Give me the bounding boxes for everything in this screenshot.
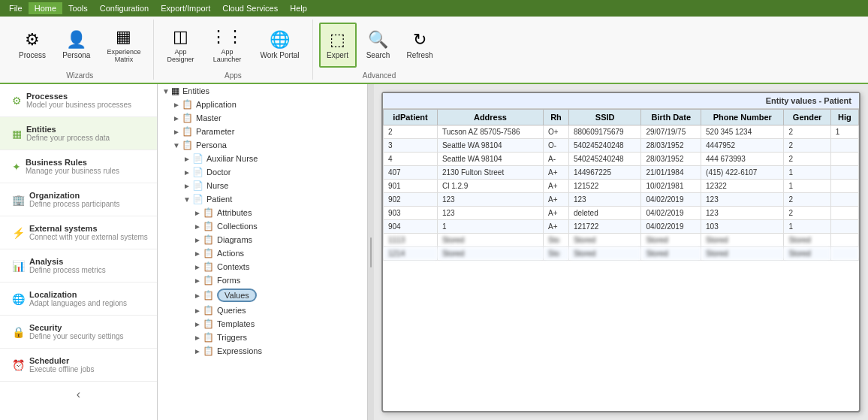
sidebar-item-organization[interactable]: 🏢 Organization Define process participan… (0, 183, 157, 216)
app-designer-button[interactable]: ◫ AppDesigner (160, 23, 200, 68)
master-toggle[interactable]: ► (171, 114, 182, 122)
expert-button[interactable]: ⬚ Expert (319, 23, 357, 68)
sidebar-collapse-button[interactable]: ‹ (0, 382, 157, 407)
tree-node-auxiliar-nurse[interactable]: ► 📄 Auxiliar Nurse (158, 152, 367, 165)
tree-node-templates[interactable]: ► 📋 Templates (158, 317, 367, 331)
experience-matrix-button[interactable]: ▦ ExperienceMatrix (100, 23, 147, 68)
menu-file[interactable]: File (3, 2, 29, 14)
analysis-title: Analysis (29, 257, 106, 266)
table-row[interactable]: 2Tucson AZ 85705-7586O+88060917567929/07… (384, 125, 859, 139)
tree-node-expressions[interactable]: ► 📋 Expressions (158, 344, 367, 358)
triggers-toggle[interactable]: ► (192, 334, 203, 342)
attributes-label: Attributes (217, 208, 252, 217)
forms-label: Forms (217, 276, 240, 285)
table-cell: A+ (544, 180, 569, 193)
table-row[interactable]: 903123A+deleted04/02/20191232 (384, 207, 859, 220)
persona-icon: 👤 (66, 30, 86, 50)
master-label: Master (196, 113, 222, 122)
entities-desc: Define your process data (26, 134, 110, 142)
menu-cloud-services[interactable]: Cloud Services (216, 2, 284, 14)
tree-node-parameter[interactable]: ► 📋 Parameter (158, 125, 367, 138)
tree-node-patient[interactable]: ▼ 📄 Patient (158, 192, 367, 206)
table-cell: A+ (544, 166, 569, 180)
table-cell: Stored (784, 234, 830, 247)
menu-home[interactable]: Home (29, 2, 62, 14)
persona-button[interactable]: 👤 Persona (56, 23, 97, 68)
forms-toggle[interactable]: ► (192, 276, 203, 285)
queries-toggle[interactable]: ► (192, 307, 203, 315)
table-row[interactable]: 4Seattle WA 98104A-54024524024828/03/195… (384, 153, 859, 166)
values-toggle[interactable]: ► (192, 292, 203, 300)
aux-nurse-toggle[interactable]: ► (182, 155, 192, 163)
patient-toggle[interactable]: ▼ (182, 195, 192, 204)
application-toggle[interactable]: ► (171, 101, 182, 109)
tree-node-attributes[interactable]: ► 📋 Attributes (158, 206, 367, 219)
tree-node-triggers[interactable]: ► 📋 Triggers (158, 331, 367, 344)
process-label: Process (19, 51, 46, 59)
scheduler-desc: Execute offline jobs (29, 365, 95, 373)
col-header-ssid: SSID (568, 110, 641, 125)
entity-table-scroll[interactable]: idPatient Address Rh SSID Birth Date Pho… (383, 109, 859, 411)
sidebar-item-processes[interactable]: ⚙ Processes Model your business processe… (0, 84, 157, 117)
security-title: Security (29, 323, 124, 332)
menu-help[interactable]: Help (284, 2, 313, 14)
table-cell (830, 139, 858, 153)
app-launcher-button[interactable]: ⋮⋮ AppLauncher (203, 23, 250, 68)
tree-node-entities[interactable]: ▼ ▦ Entities (158, 84, 367, 98)
attributes-toggle[interactable]: ► (192, 209, 203, 217)
menu-configuration[interactable]: Configuration (94, 2, 155, 14)
tree-node-persona[interactable]: ▼ 📋 Persona (158, 138, 367, 152)
tree-node-nurse[interactable]: ► 📄 Nurse (158, 179, 367, 192)
nurse-toggle[interactable]: ► (182, 182, 192, 190)
sidebar-item-entities[interactable]: ▦ Entities Define your process data (0, 117, 157, 150)
tree-node-master[interactable]: ► 📋 Master (158, 111, 367, 125)
table-cell: 10/02/1981 (641, 180, 701, 193)
table-row[interactable]: 3Seattle WA 98104O-54024524024828/03/195… (384, 139, 859, 153)
main-area: ⚙ Processes Model your business processe… (0, 84, 868, 420)
sidebar-item-analysis[interactable]: 📊 Analysis Define process metrics (0, 249, 157, 283)
table-cell (830, 247, 858, 261)
tree-node-actions[interactable]: ► 📋 Actions (158, 246, 367, 260)
table-row[interactable]: 4072130 Fulton StreetA+14496722521/01/19… (384, 166, 859, 180)
tree-node-doctor[interactable]: ► 📄 Doctor (158, 165, 367, 179)
tree-node-diagrams[interactable]: ► 📋 Diagrams (158, 233, 367, 246)
tree-node-contexts[interactable]: ► 📋 Contexts (158, 260, 367, 273)
app-launcher-icon: ⋮⋮ (210, 27, 243, 47)
diagrams-toggle[interactable]: ► (192, 236, 203, 244)
templates-toggle[interactable]: ► (192, 320, 203, 328)
menu-export-import[interactable]: Export/Import (155, 2, 216, 14)
process-button[interactable]: ⚙ Process (12, 23, 53, 68)
tree-node-values[interactable]: ► 📋 Values (158, 287, 367, 304)
parameter-toggle[interactable]: ► (171, 128, 182, 136)
expressions-toggle[interactable]: ► (192, 347, 203, 355)
collections-toggle[interactable]: ► (192, 222, 203, 231)
queries-icon: 📋 (203, 305, 214, 316)
sidebar-item-scheduler[interactable]: ⏰ Scheduler Execute offline jobs (0, 349, 157, 382)
contexts-toggle[interactable]: ► (192, 263, 203, 271)
refresh-button[interactable]: ↻ Refresh (400, 23, 440, 68)
doctor-toggle[interactable]: ► (182, 168, 192, 177)
tree-node-application[interactable]: ► 📋 Application (158, 98, 367, 111)
sidebar-item-external-systems[interactable]: ⚡ External systems Connect with your ext… (0, 216, 157, 249)
table-cell: 2 (384, 125, 438, 139)
table-row[interactable]: 1113StoredStoStoredStoredStoredStored (384, 234, 859, 247)
search-button[interactable]: 🔍 Search (360, 23, 397, 68)
ribbon: ⚙ Process 👤 Persona ▦ ExperienceMatrix W… (0, 17, 868, 84)
tree-node-queries[interactable]: ► 📋 Queries (158, 304, 367, 317)
table-row[interactable]: 902123A+12304/02/20191232 (384, 193, 859, 207)
persona-toggle[interactable]: ▼ (171, 141, 182, 150)
table-row[interactable]: 9041A+12172204/02/20191031 (384, 220, 859, 234)
sidebar-item-business-rules[interactable]: ✦ Business Rules Manage your business ru… (0, 150, 157, 183)
tree-node-forms[interactable]: ► 📋 Forms (158, 273, 367, 287)
entities-toggle[interactable]: ▼ (161, 87, 171, 95)
resize-handle[interactable] (368, 84, 374, 420)
table-row[interactable]: 901Cl 1.2.9A+12152210/02/1981123221 (384, 180, 859, 193)
sidebar-item-localization[interactable]: 🌐 Localization Adapt languages and regio… (0, 283, 157, 316)
table-cell: 28/03/1952 (641, 139, 701, 153)
work-portal-button[interactable]: 🌐 Work Portal (253, 23, 306, 68)
menu-tools[interactable]: Tools (62, 2, 94, 14)
table-row[interactable]: 1214StoredStoStoredStoredStoredStored (384, 247, 859, 261)
tree-node-collections[interactable]: ► 📋 Collections (158, 219, 367, 233)
actions-toggle[interactable]: ► (192, 249, 203, 258)
sidebar-item-security[interactable]: 🔒 Security Define your security settings (0, 316, 157, 349)
